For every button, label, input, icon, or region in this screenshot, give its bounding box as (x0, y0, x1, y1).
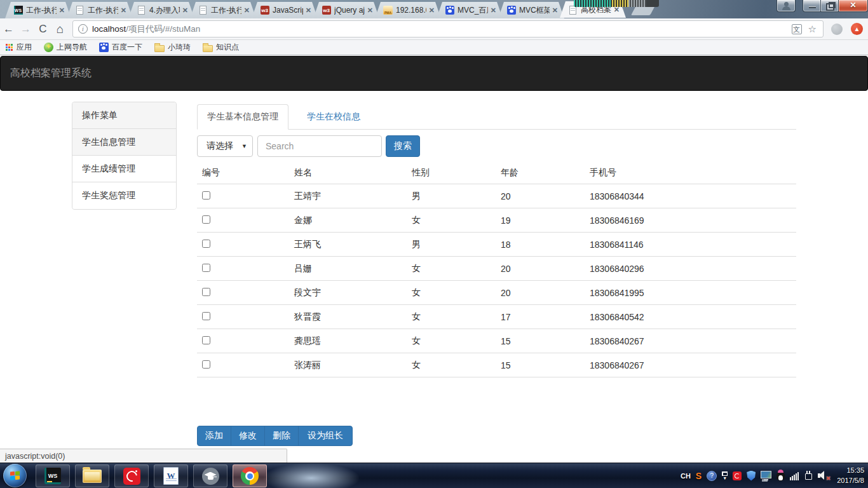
forward-button[interactable]: → (17, 23, 34, 36)
bookmark-star-icon[interactable]: ☆ (808, 24, 817, 35)
browser-tab[interactable]: MVC_百度 ✕ (437, 2, 503, 18)
row-checkbox[interactable] (202, 360, 210, 369)
document-favicon (75, 6, 85, 15)
browser-tabs: WS 工作-执行 ✕ 工作-执行 ✕ 4.办理入职 ✕ 工作-执行 ✕ w3 (5, 1, 653, 18)
input-language-indicator[interactable]: CH (681, 472, 691, 480)
bookmark-apps[interactable]: 应用 (6, 42, 32, 53)
sidebar-item-student-score[interactable]: 学生成绩管理 (72, 156, 176, 182)
taskbar-word-button[interactable] (154, 464, 188, 487)
browser-tab[interactable]: PMA 192.168.0 ✕ (375, 2, 441, 18)
row-checkbox[interactable] (202, 312, 210, 320)
document-favicon (198, 6, 208, 15)
browser-tab[interactable]: 工作-执行 ✕ (67, 2, 133, 18)
display-tray-icon[interactable] (761, 471, 771, 478)
sogou-input-icon[interactable]: S (696, 471, 702, 481)
help-tray-icon[interactable]: ? (707, 471, 717, 481)
filter-select[interactable]: 请选择 ▼ (197, 135, 253, 157)
tab-close-icon[interactable]: ✕ (119, 6, 128, 15)
network-signal-icon[interactable] (790, 471, 799, 480)
row-checkbox[interactable] (202, 336, 210, 344)
taskbar-clock[interactable]: 15:35 2017/5/8 (834, 466, 864, 486)
caret-icon: ▼ (722, 477, 727, 480)
tab-close-icon[interactable]: ✕ (428, 6, 436, 15)
taskbar-explorer-button[interactable] (75, 464, 109, 487)
chrome-icon (241, 467, 259, 485)
browser-tab[interactable]: MVC框架 ✕ (498, 2, 564, 18)
search-controls: 请选择 ▼ 搜索 (197, 135, 796, 157)
browser-tab[interactable]: 工作-执行 ✕ (190, 2, 256, 18)
content-tabs: 学生基本信息管理 学生在校信息 (197, 104, 796, 130)
netease-tray-icon[interactable] (733, 471, 742, 480)
browser-tab[interactable]: w3 jQuery aj ✕ (313, 2, 379, 18)
browser-menu-update-icon[interactable]: ▲ (851, 23, 863, 35)
tab-close-icon[interactable]: ✕ (489, 6, 498, 15)
table-row: 龚思瑶 女 15 18306840267 (197, 329, 796, 353)
bookmark-folder[interactable]: 小琦琦 (154, 42, 191, 53)
close-button[interactable] (839, 0, 868, 12)
tab-title: jQuery aj (334, 6, 365, 15)
security-shield-icon[interactable] (747, 471, 756, 481)
tab-close-icon[interactable]: ✕ (181, 6, 189, 15)
translate-icon[interactable]: 文 (792, 24, 802, 34)
sidebar-item-student-reward[interactable]: 学生奖惩管理 (72, 182, 176, 209)
cell-phone: 18306840344 (585, 184, 796, 208)
tab-school-info[interactable]: 学生在校信息 (297, 104, 370, 130)
row-checkbox[interactable] (202, 215, 210, 224)
column-header-phone: 手机号 (585, 165, 796, 184)
tab-close-icon[interactable]: ✕ (551, 6, 559, 15)
start-button[interactable] (3, 464, 27, 487)
folder-icon (154, 45, 165, 52)
bookmarks-bar: 应用 上网导航 百度一下 小琦琦 知识点 (0, 40, 868, 55)
search-button[interactable]: 搜索 (386, 135, 420, 157)
browser-tab[interactable]: 4.办理入职 ✕ (128, 2, 194, 18)
qq-penguin-icon[interactable] (776, 471, 785, 481)
profile-button[interactable] (776, 0, 796, 12)
bookmark-folder[interactable]: 知识点 (203, 42, 239, 53)
bookmark-item[interactable]: 上网导航 (44, 42, 87, 53)
extension-icon[interactable] (831, 24, 843, 35)
address-bar[interactable]: i localhost/项目代码/#/stuMan 文 ☆ (72, 20, 824, 37)
table-row: 吕姗 女 20 18306840296 (197, 257, 796, 281)
modify-button[interactable]: 修改 (231, 426, 265, 446)
student-table: 编号 姓名 性别 年龄 手机号 王靖宇 男 (197, 165, 796, 377)
tab-close-icon[interactable]: ✕ (366, 6, 374, 15)
set-leader-button[interactable]: 设为组长 (298, 426, 353, 446)
show-hidden-icons[interactable]: ▼ (722, 471, 728, 480)
restore-button[interactable] (821, 0, 839, 12)
taskbar-netease-music-button[interactable] (114, 464, 149, 487)
row-checkbox[interactable] (202, 191, 210, 200)
new-tab-button[interactable] (631, 6, 655, 15)
volume-muted-icon[interactable]: ✕ (818, 471, 829, 480)
delete-button[interactable]: 删除 (264, 426, 299, 446)
power-plug-icon[interactable] (804, 471, 813, 480)
tab-close-icon[interactable]: ✕ (243, 6, 251, 15)
baidu-paw-favicon (506, 6, 516, 15)
taskbar-study-app-button[interactable] (193, 464, 227, 487)
taskbar-webstorm-button[interactable]: WS (36, 464, 70, 487)
row-checkbox[interactable] (202, 288, 210, 296)
tab-close-icon[interactable]: ✕ (58, 6, 66, 15)
phpmyadmin-favicon: PMA (383, 6, 393, 15)
home-button[interactable]: ⌂ (51, 22, 69, 36)
bookmark-item[interactable]: 百度一下 (99, 42, 142, 53)
add-button[interactable]: 添加 (197, 426, 231, 446)
url-text: localhost/项目代码/#/stuMan (92, 24, 792, 35)
sidebar-item-student-info[interactable]: 学生信息管理 (72, 129, 176, 156)
back-button[interactable]: ← (0, 23, 17, 36)
row-checkbox[interactable] (202, 264, 210, 272)
cell-age: 20 (496, 281, 585, 305)
tab-basic-info[interactable]: 学生基本信息管理 (197, 104, 288, 130)
browser-tab[interactable]: WS 工作-执行 ✕ (5, 2, 71, 18)
taskbar-chrome-button[interactable] (233, 464, 267, 487)
minimize-button[interactable] (803, 0, 821, 12)
webstorm-favicon: WS (13, 6, 23, 15)
tab-close-icon[interactable]: ✕ (304, 6, 313, 15)
column-header-id: 编号 (197, 165, 289, 184)
reload-button[interactable]: C (34, 23, 51, 36)
search-input[interactable] (257, 135, 382, 157)
row-checkbox[interactable] (202, 240, 210, 248)
tab-title: MVC_百度 (458, 5, 488, 16)
page-info-icon[interactable]: i (78, 24, 88, 34)
cell-name: 金娜 (289, 208, 407, 233)
browser-tab[interactable]: w3 JavaScript ✕ (252, 2, 318, 18)
